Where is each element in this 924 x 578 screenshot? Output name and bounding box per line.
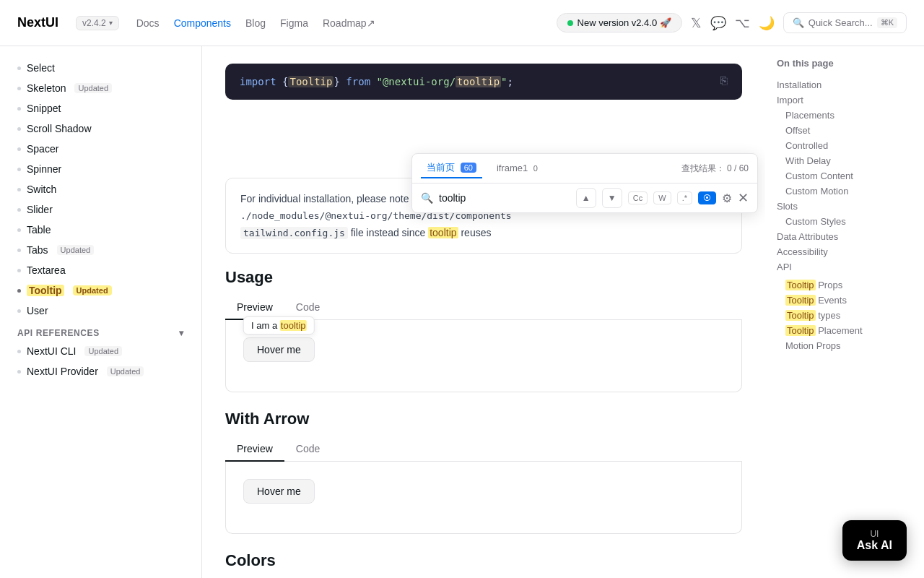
nav-docs[interactable]: Docs bbox=[136, 17, 160, 29]
nav-roadmap[interactable]: Roadmap↗ bbox=[323, 17, 375, 29]
dot-icon bbox=[17, 168, 21, 171]
find-highlight-btn[interactable]: ⦿ bbox=[698, 191, 716, 204]
with-arrow-tab-bar: Preview Code bbox=[225, 437, 742, 462]
rs-item-offset[interactable]: Offset bbox=[785, 123, 912, 138]
page-layout: Select Skeleton Updated Snippet Scroll S… bbox=[0, 46, 924, 578]
sidebar-item-skeleton[interactable]: Skeleton Updated bbox=[0, 78, 201, 98]
find-case-btn[interactable]: Cc bbox=[628, 191, 648, 204]
with-arrow-hover-me-button[interactable]: Hover me bbox=[243, 479, 315, 504]
hover-me-button[interactable]: Hover me bbox=[243, 337, 315, 362]
rs-item-tooltip-props[interactable]: Tooltip Props bbox=[777, 277, 912, 293]
tooltip-yellow-label: Tooltip bbox=[785, 310, 816, 321]
tooltip-yellow-label: Tooltip bbox=[785, 295, 816, 306]
rs-item-accessibility[interactable]: Accessibility bbox=[777, 244, 912, 259]
nav-figma[interactable]: Figma bbox=[280, 17, 308, 29]
sidebar-item-user[interactable]: User bbox=[0, 301, 201, 321]
sidebar-item-tooltip[interactable]: Tooltip Updated bbox=[0, 280, 201, 301]
find-settings-icon[interactable]: ⚙ bbox=[722, 191, 732, 205]
rs-item-slots[interactable]: Slots bbox=[777, 199, 912, 214]
events-label: Events bbox=[818, 295, 847, 306]
version-badge[interactable]: v2.4.2 ▾ bbox=[76, 16, 119, 30]
find-tab-iframe-count: 0 bbox=[533, 164, 538, 173]
find-input[interactable] bbox=[439, 192, 570, 204]
sidebar-item-snippet[interactable]: Snippet bbox=[0, 98, 201, 118]
nav-components[interactable]: Components bbox=[174, 17, 231, 29]
api-references-section[interactable]: API References ▾ bbox=[0, 321, 201, 341]
find-result-label: 查找结果： bbox=[681, 163, 725, 173]
sidebar-item-label: Spacer bbox=[27, 143, 58, 155]
theme-toggle-icon[interactable]: 🌙 bbox=[759, 15, 775, 31]
rs-item-data-attributes[interactable]: Data Attributes bbox=[777, 229, 912, 244]
sidebar-item-label: Tooltip bbox=[27, 285, 64, 296]
dot-icon bbox=[17, 249, 21, 252]
rs-item-custom-styles[interactable]: Custom Styles bbox=[785, 214, 912, 229]
api-section-label: API References bbox=[17, 328, 100, 338]
ask-ai-button[interactable]: UI Ask AI bbox=[842, 520, 907, 561]
rs-item-custom-content[interactable]: Custom Content bbox=[785, 168, 912, 184]
rs-item-tooltip-types[interactable]: Tooltip types bbox=[777, 308, 912, 323]
props-label: Props bbox=[818, 280, 842, 290]
nav-blog[interactable]: Blog bbox=[245, 17, 266, 29]
search-icon: 🔍 bbox=[421, 192, 433, 204]
sidebar-item-label: Skeleton bbox=[27, 82, 66, 94]
right-sidebar-sub2: Custom Styles bbox=[777, 214, 912, 229]
find-tab-current[interactable]: 当前页 60 bbox=[421, 158, 482, 178]
rs-item-motion-props[interactable]: Motion Props bbox=[777, 338, 912, 353]
rs-item-installation[interactable]: Installation bbox=[777, 77, 912, 92]
info-text2: tailwind.config.js file instead since to… bbox=[240, 227, 727, 238]
twitter-icon[interactable]: 𝕏 bbox=[691, 15, 702, 31]
sidebar-item-nextui-provider[interactable]: NextUI Provider Updated bbox=[0, 361, 201, 381]
sidebar-item-switch[interactable]: Switch bbox=[0, 179, 201, 199]
copy-icon[interactable]: ⎘ bbox=[720, 75, 728, 88]
search-box[interactable]: 🔍 Quick Search... ⌘K bbox=[783, 12, 907, 33]
dot-icon bbox=[17, 370, 21, 374]
rs-item-api[interactable]: API bbox=[777, 259, 912, 275]
sidebar-item-label: Textarea bbox=[27, 264, 66, 276]
with-arrow-tab-code[interactable]: Code bbox=[284, 437, 331, 462]
sidebar-item-label: Scroll Shadow bbox=[27, 123, 92, 134]
nav-right: New version v2.4.0 🚀 𝕏 💬 ⌥ 🌙 🔍 Quick Sea… bbox=[557, 12, 907, 33]
rs-item-controlled[interactable]: Controlled bbox=[785, 138, 912, 153]
left-sidebar: Select Skeleton Updated Snippet Scroll S… bbox=[0, 46, 202, 578]
github-icon[interactable]: ⌥ bbox=[735, 15, 750, 31]
sidebar-item-spinner[interactable]: Spinner bbox=[0, 159, 201, 179]
sidebar-item-tabs[interactable]: Tabs Updated bbox=[0, 240, 201, 260]
sidebar-item-textarea[interactable]: Textarea bbox=[0, 260, 201, 280]
rs-item-tooltip-placement[interactable]: Tooltip Placement bbox=[777, 323, 912, 338]
find-tab-iframe-label: iframe1 bbox=[497, 163, 528, 173]
find-tab-current-count: 60 bbox=[461, 163, 476, 173]
find-close-icon[interactable]: ✕ bbox=[738, 190, 749, 206]
rs-item-tooltip-events[interactable]: Tooltip Events bbox=[777, 293, 912, 308]
sidebar-item-table[interactable]: Table bbox=[0, 220, 201, 240]
version-pill[interactable]: New version v2.4.0 🚀 bbox=[557, 13, 682, 33]
rs-item-with-delay[interactable]: With Delay bbox=[785, 153, 912, 168]
sidebar-item-spacer[interactable]: Spacer bbox=[0, 139, 201, 159]
find-result: 查找结果： 0 / 60 bbox=[681, 163, 749, 175]
discord-icon[interactable]: 💬 bbox=[710, 15, 726, 31]
dot-icon bbox=[17, 269, 21, 272]
sidebar-item-label: Snippet bbox=[27, 103, 61, 114]
sidebar-item-scroll-shadow[interactable]: Scroll Shadow bbox=[0, 118, 201, 139]
search-shortcut: ⌘K bbox=[877, 17, 897, 28]
sidebar-item-select[interactable]: Select bbox=[0, 58, 201, 78]
tooltip-highlight-word: tooltip bbox=[428, 227, 458, 238]
search-icon: 🔍 bbox=[793, 17, 804, 28]
code-component: Tooltip bbox=[288, 76, 334, 87]
rs-item-custom-motion[interactable]: Custom Motion bbox=[785, 184, 912, 199]
rs-item-import[interactable]: Import bbox=[777, 92, 912, 108]
find-regex-btn[interactable]: .* bbox=[677, 191, 692, 204]
updated-badge: Updated bbox=[107, 366, 144, 376]
find-next-btn[interactable]: ▼ bbox=[602, 188, 622, 208]
find-word-btn[interactable]: W bbox=[653, 191, 671, 204]
with-arrow-tab-preview[interactable]: Preview bbox=[225, 437, 284, 462]
sidebar-item-label: User bbox=[27, 305, 48, 316]
rs-item-placements[interactable]: Placements bbox=[785, 108, 912, 123]
find-tab-iframe[interactable]: iframe1 0 bbox=[491, 160, 544, 178]
find-prev-btn[interactable]: ▲ bbox=[576, 188, 596, 208]
updated-badge: Updated bbox=[73, 285, 112, 296]
dot-icon bbox=[17, 87, 21, 90]
sidebar-item-slider[interactable]: Slider bbox=[0, 199, 201, 220]
dot-icon bbox=[17, 309, 21, 313]
sidebar-item-nextui-cli[interactable]: NextUI CLI Updated bbox=[0, 341, 201, 361]
dot-icon bbox=[17, 289, 21, 293]
